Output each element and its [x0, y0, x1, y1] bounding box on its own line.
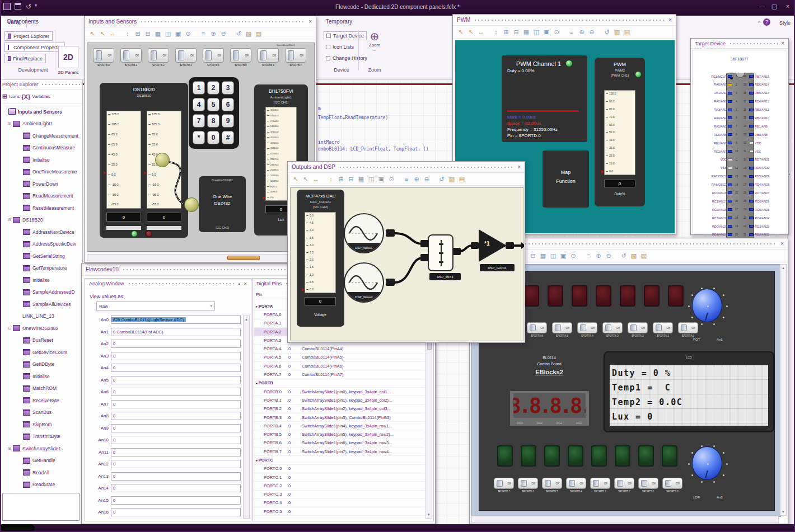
expander-icon[interactable]: ⊟ — [7, 326, 12, 331]
tree-item[interactable]: ReadAll — [0, 467, 82, 479]
toolbar-icon[interactable]: ⊙ — [569, 253, 577, 259]
tree-item[interactable]: Initialise — [0, 370, 82, 383]
pin-pad[interactable] — [728, 133, 732, 136]
tree-item[interactable]: Initialise — [0, 274, 82, 286]
tree-item[interactable]: GetTemperature — [0, 262, 82, 275]
close-icon[interactable]: × — [308, 18, 312, 25]
expander-icon[interactable]: ⊟ — [7, 218, 12, 222]
toggle-switch[interactable]: Off $PORTB.4 — [566, 478, 586, 489]
pin-row[interactable]: 27 RD4/AN28 — [742, 181, 788, 189]
dsp-window-titlebar[interactable]: Outputs and DSP × — [288, 162, 525, 173]
pin-row[interactable]: RA5/AN5 7 — [694, 123, 740, 130]
tree-item[interactable]: PowerDown — [0, 178, 82, 190]
analog-value-field[interactable]: 0 — [111, 460, 241, 468]
toolbar-icon[interactable]: ⊖ — [588, 29, 596, 35]
keypad-key[interactable]: 4 — [193, 98, 205, 111]
red-led[interactable] — [146, 230, 152, 237]
analog-value-field[interactable]: 0 — [111, 508, 241, 516]
pin-pad[interactable] — [749, 142, 754, 144]
toolbar-icon[interactable]: ↖ — [99, 31, 106, 37]
tree-item[interactable]: SampleAddressedD — [0, 286, 82, 299]
slider-marker[interactable] — [104, 171, 106, 175]
2d-panel-button[interactable]: 2D — [58, 46, 78, 68]
toolbar-icon[interactable]: ↕ — [492, 29, 500, 35]
style-button[interactable]: Style — [779, 20, 791, 26]
analog-scrollbar[interactable]: ▴ — [243, 316, 250, 519]
pin-row[interactable]: RA3/AN3 5 — [694, 106, 740, 114]
inputs-panel-canvas[interactable]: Off $PORTB.0 Off $PORTB.1 Off $PORTB.2 O… — [87, 43, 315, 252]
toolbar-icon[interactable]: ⊕ — [595, 253, 602, 259]
pin-row[interactable]: RE0/AN5 8 — [694, 131, 740, 138]
toolbar-icon[interactable]: ⊙ — [387, 176, 395, 182]
tree-item[interactable]: LINK_LINE_13 — [0, 310, 82, 323]
pin-pad[interactable] — [728, 75, 732, 78]
digital-pin-row[interactable]: PORTA.5 0 ComboBL0114(PinA5) — [254, 354, 424, 362]
pin-row[interactable]: 21 RD2/AN22 — [742, 231, 788, 238]
pin-pad[interactable] — [749, 191, 754, 194]
toolbar-icon[interactable]: ↖ — [457, 29, 465, 35]
analog-value-field[interactable]: 0 — [111, 472, 241, 481]
tree-item[interactable]: SkipRom — [0, 418, 82, 431]
toolbar-icon[interactable]: ↔ — [477, 29, 485, 35]
pin-row[interactable]: 30 RD7/AN31 — [742, 156, 788, 163]
tree-item[interactable]: AddressNextDevice — [0, 226, 82, 238]
close-button[interactable]: × — [783, 3, 793, 10]
tree-item[interactable]: BusReset — [0, 335, 82, 347]
toggle-switch[interactable]: Off $PORTB.6 — [258, 48, 279, 67]
pin-pad[interactable] — [749, 100, 754, 103]
expander-icon[interactable]: ⊟ — [7, 446, 12, 451]
keypad-key[interactable]: 0 — [207, 131, 219, 144]
analog-value-field[interactable]: 825 ComboBL0114(LightSensor ADC) — [111, 316, 241, 324]
toolbar-icon[interactable]: ⊞ — [134, 31, 142, 37]
pin-pad[interactable] — [728, 208, 732, 211]
analog-value-field[interactable]: 0 — [111, 352, 241, 360]
toggle-switch[interactable]: Off $PORTB.0 — [662, 478, 682, 489]
keypad-key[interactable]: 8 — [207, 114, 219, 128]
toolbar-icon[interactable]: ◫ — [367, 176, 375, 182]
toggle-switch[interactable]: Off $PORTA.4 — [577, 322, 597, 333]
pin-row[interactable]: 37 RB4/AN12 — [742, 98, 788, 105]
map-function-component[interactable]: Map Function — [543, 150, 589, 208]
tree-item[interactable]: ContinuousMeasure — [0, 142, 82, 154]
digital-pin-row[interactable]: PORTC.4 0 — [254, 499, 424, 507]
pin-row[interactable]: RA0/AN0 2 — [694, 81, 740, 88]
onewire-ds2482-component[interactable]: OneWireDS2482 One Wire DS2482 [I2C CH1] — [199, 176, 246, 232]
analog-value-field[interactable]: 0 — [111, 388, 241, 396]
pwm-window-titlebar[interactable]: PWM × — [453, 15, 676, 26]
toggle-switch[interactable]: Off $PORTA.0 — [678, 322, 698, 333]
digital-pin-row[interactable]: PORTA.7 0 ComboBL0114(PinA7) — [254, 370, 424, 379]
slider-scale[interactable]: 100.090.080.070.060.050.040.030.020.010.… — [604, 90, 635, 175]
pin-pad[interactable] — [728, 225, 732, 228]
toolbar-icon[interactable]: ▦ — [357, 176, 365, 182]
icon-lists-toggle[interactable]: Icon Lists — [326, 43, 354, 51]
pin-row[interactable]: RE1/AN6 9 — [694, 139, 740, 147]
pin-pad[interactable] — [749, 158, 754, 161]
pin-row[interactable]: 22 RD3/AN23 — [742, 223, 788, 230]
toggle-switch[interactable]: Off $PORTA.6 — [527, 322, 547, 333]
toolbar-icon[interactable]: ⊖ — [423, 176, 431, 182]
toolbar-icon[interactable]: ⊟ — [144, 31, 152, 37]
pin-row[interactable]: 40 RB7/AN15 — [742, 73, 788, 80]
keypad-key[interactable]: 3 — [222, 81, 234, 95]
pin-pad[interactable] — [749, 216, 754, 219]
toggle-switch[interactable]: Off $PORTA.5 — [552, 322, 572, 333]
tree-item[interactable]: ReadState — [0, 479, 82, 491]
toggle-switch[interactable]: Off $PORTB.3 — [590, 478, 610, 489]
inputs-horizontal-scrollbar[interactable] — [87, 254, 314, 261]
keypad-key[interactable]: 1 — [193, 81, 205, 95]
pin-pad[interactable] — [728, 183, 732, 186]
digital-pin-row[interactable]: PORTA.4 0 ComboBL0114(PinA4) — [254, 345, 424, 353]
board-vertical-scrollbar[interactable]: ▴▾ — [780, 264, 787, 516]
close-icon[interactable]: × — [781, 40, 784, 46]
pin-pad[interactable] — [728, 216, 732, 219]
pin-pad[interactable] — [749, 175, 754, 178]
minimize-button[interactable]: – — [756, 3, 766, 10]
onewire-connector[interactable] — [184, 197, 199, 212]
toolbar-icon[interactable]: ▧ — [630, 253, 638, 259]
pin-pad[interactable] — [728, 109, 732, 111]
pin-pad[interactable] — [728, 116, 732, 119]
toolbar-icon[interactable]: ⊕ — [413, 176, 420, 182]
pin-row[interactable]: 25 RC6/AN26 — [742, 197, 788, 205]
dsp-wave1-component[interactable]: DSP_Wave1 — [344, 213, 384, 253]
keypad-key[interactable]: # — [222, 131, 234, 144]
